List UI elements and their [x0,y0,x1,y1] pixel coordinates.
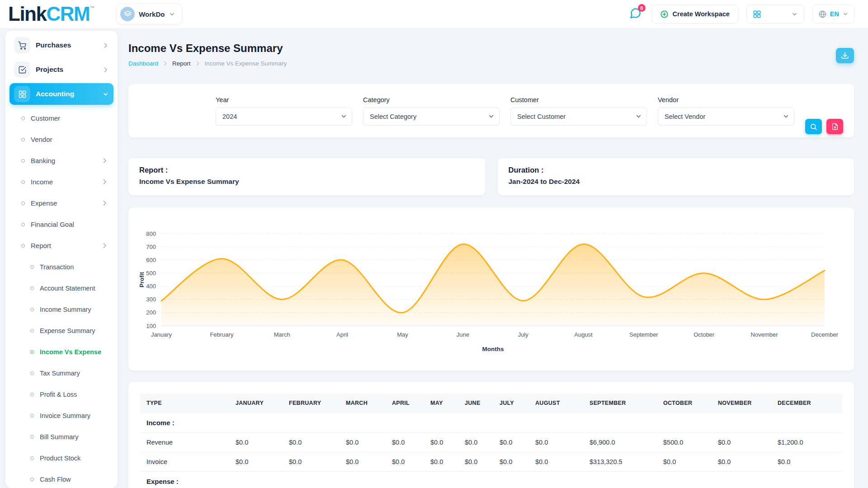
table-header-cell: MAY [424,394,458,413]
filter-year: Year 2024 [216,96,352,126]
filter-buttons [805,119,843,134]
brand-logo[interactable]: LinkCRM™ [8,1,94,27]
sidebar-subitem-label: Transaction [40,263,108,271]
messages-button[interactable]: 0 [627,5,643,23]
sidebar-subitem-label: Income Vs Expense [40,348,108,356]
category-select[interactable]: Select Category [363,108,500,126]
year-label: Year [216,96,352,103]
duration-card-value: Jan-2024 to Dec-2024 [509,178,844,186]
sidebar-subitem-label: Vendor [31,136,108,143]
duration-summary-card: Duration : Jan-2024 to Dec-2024 [498,158,854,195]
apps-dropdown[interactable] [746,5,804,23]
sidebar-subitem-label: Report [31,242,95,249]
table-header-cell: TYPE [140,394,229,413]
download-button[interactable] [836,48,854,63]
chevron-down-icon [169,11,175,18]
table-header-row: TYPEJANUARYFEBRUARYMARCHAPRILMAYJUNEJULY… [140,394,842,413]
topbar-actions: 0 Create Workspace EN [627,5,854,23]
sidebar-item-accounting[interactable]: Accounting [9,83,113,105]
sidebar-item-banking[interactable]: Banking [9,150,113,171]
table-cell: $0.0 [340,452,386,472]
y-axis-tick-label: 800 [146,230,156,237]
sidebar-subitem-label: Expense Summary [40,327,108,334]
workspace-switcher[interactable]: WorkDo [116,4,182,24]
customer-select[interactable]: Select Customer [510,108,647,126]
sidebar-item-expense[interactable]: Expense [9,192,113,214]
create-workspace-button[interactable]: Create Workspace [651,5,738,23]
table-cell: $313,320.5 [583,452,657,472]
sidebar-item-report[interactable]: Report [9,235,113,256]
table-cell: $6,900.0 [583,433,657,452]
reset-filter-button[interactable] [826,119,843,134]
sidebar-subitem-label: Account Statement [40,285,108,292]
y-axis-tick-label: 600 [146,257,156,263]
table-cell [712,413,771,433]
bullet-icon [30,286,34,290]
table-cell [340,413,386,433]
table-cell: $0.0 [493,452,529,472]
apply-filter-button[interactable] [805,119,822,134]
x-axis-tick-label: June [457,331,469,338]
sidebar-item-purchases[interactable]: Purchases [9,34,113,56]
bullet-icon [21,202,25,205]
table-cell: $0.0 [386,433,424,452]
workspace-name: WorkDo [139,10,165,18]
table-cell [529,413,583,433]
breadcrumb-dashboard[interactable]: Dashboard [128,60,158,67]
profit-area-chart: 800700600500400300200100JanuaryFebruaryM… [137,216,845,361]
table-cell: $0.0 [229,452,283,472]
breadcrumb-report[interactable]: Report [172,60,191,67]
table-cell [458,472,493,488]
bullet-icon [30,456,34,460]
chevron-right-icon [101,178,108,185]
sidebar-item-transaction[interactable]: Transaction [9,256,113,277]
sidebar-item-income[interactable]: Income [9,171,113,192]
table-cell: $0.0 [712,452,771,472]
category-label: Category [363,96,500,103]
plus-circle-icon [660,10,669,19]
y-axis-tick-label: 500 [146,270,156,277]
brand-trademark: ™ [90,5,94,10]
table-cell: $0.0 [283,433,340,452]
table-cell: $500.0 [657,433,712,452]
vendor-select[interactable]: Select Vendor [658,108,794,126]
table-cell: $0.0 [424,452,458,472]
sidebar-item-customer[interactable]: Customer [9,108,113,129]
sidebar-item-financial-goal[interactable]: Financial Goal [9,214,113,235]
table-cell [583,413,657,433]
table-cell [771,413,842,433]
y-axis-tick-label: 400 [146,283,156,290]
table-cell: $0.0 [340,433,386,452]
sidebar-item-expense-summary[interactable]: Expense Summary [9,320,113,341]
language-selector[interactable]: EN [812,5,854,23]
vendor-label: Vendor [658,96,794,103]
cart-icon [14,37,30,53]
table-cell: $0.0 [283,452,340,472]
sidebar-item-account-statement[interactable]: Account Statement [9,277,113,299]
x-axis-tick-label: November [751,331,778,338]
bullet-icon [30,329,34,333]
sidebar: PurchasesProjectsAccountingCustomerVendo… [5,31,118,488]
sidebar-item-vendor[interactable]: Vendor [9,129,113,150]
chevron-right-icon [195,61,201,66]
sidebar-item-invoice-summary[interactable]: Invoice Summary [9,405,113,426]
area-fill [161,244,825,326]
year-select[interactable]: 2024 [216,108,352,126]
table-cell: $0.0 [424,433,458,452]
sidebar-item-income-vs-expense[interactable]: Income Vs Expense [9,341,113,362]
table-cell [493,472,529,488]
sidebar-item-profit-loss[interactable]: Profit & Loss [9,384,113,405]
sidebar-subitem-label: Income Summary [40,306,108,313]
sidebar-item-projects[interactable]: Projects [9,59,113,80]
y-axis-tick-label: 100 [146,323,156,329]
chevron-right-icon [101,200,108,206]
sidebar-item-product-stock[interactable]: Product Stock [9,447,113,469]
table-cell [657,413,712,433]
chart-card: 800700600500400300200100JanuaryFebruaryM… [128,207,854,371]
sidebar-item-income-summary[interactable]: Income Summary [9,299,113,320]
main-content: Income Vs Expense Summary Dashboard Repo… [118,28,868,488]
sidebar-item-tax-summary[interactable]: Tax Summary [9,362,113,384]
table-cell [424,472,458,488]
sidebar-item-bill-summary[interactable]: Bill Summary [9,426,113,447]
sidebar-item-cash-flow[interactable]: Cash Flow [9,469,113,488]
